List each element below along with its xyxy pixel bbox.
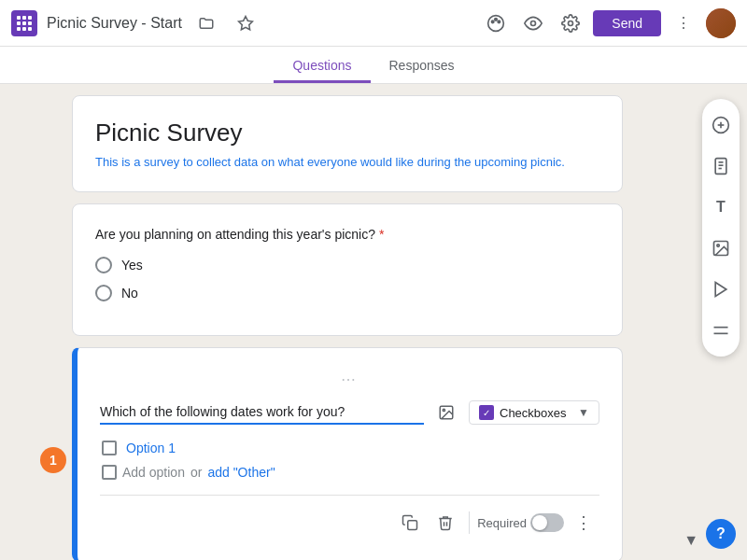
import-question-btn[interactable] (702, 147, 740, 185)
add-option-row: Add option or add "Other" (100, 465, 599, 480)
footer-divider (469, 511, 470, 534)
svg-point-18 (717, 245, 720, 247)
required-star-1: * (379, 227, 384, 242)
topbar-right: Send ⋮ (481, 8, 736, 38)
add-question-btn[interactable] (702, 106, 740, 144)
toggle-knob (532, 515, 547, 530)
dropdown-arrow-icon: ▼ (578, 406, 589, 419)
add-video-btn[interactable] (702, 271, 740, 308)
image-upload-btn[interactable] (433, 399, 459, 426)
preview-icon-btn[interactable] (518, 8, 548, 38)
survey-description: This is a survey to collect data on what… (95, 155, 599, 169)
question-badge: 1 (40, 447, 66, 473)
tab-responses[interactable]: Responses (371, 50, 473, 83)
add-other-separator: or (190, 465, 202, 480)
palette-icon-btn[interactable] (481, 8, 511, 38)
settings-icon-btn[interactable] (556, 8, 585, 38)
svg-rect-9 (408, 521, 417, 530)
option-1-checkbox[interactable] (102, 441, 117, 455)
topbar-left: Picnic Survey - Start (11, 8, 481, 38)
folder-icon-btn[interactable] (191, 8, 221, 38)
send-button[interactable]: Send (593, 10, 661, 36)
option-1-row: Option 1 (100, 441, 599, 455)
checkbox-type-label: Checkboxes (500, 406, 567, 420)
svg-point-4 (498, 21, 500, 22)
main-area: Picnic Survey This is a survey to collec… (0, 84, 747, 560)
tabs-bar: Questions Responses (0, 47, 747, 84)
survey-title: Picnic Survey (95, 119, 599, 147)
app-icon (11, 10, 37, 36)
question-1-text: Are you planning on attending this year'… (95, 227, 599, 242)
required-label: Required (477, 516, 527, 530)
radio-label-no: No (121, 286, 138, 301)
right-sidebar: T (695, 84, 747, 560)
help-button[interactable]: ? (706, 519, 736, 549)
card-footer: Required ⋮ (100, 495, 599, 539)
svg-marker-19 (715, 283, 726, 297)
add-option-checkbox (102, 465, 117, 480)
add-section-btn[interactable] (702, 312, 740, 349)
radio-circle-yes[interactable] (95, 257, 112, 273)
add-image-btn[interactable] (702, 230, 740, 267)
add-option-text[interactable]: Add option (122, 465, 185, 480)
sidebar-floating-panel: T (702, 99, 740, 357)
avatar (706, 8, 736, 38)
svg-point-3 (495, 18, 498, 21)
scroll-down-arrow[interactable]: ▼ (684, 532, 698, 549)
document-title: Picnic Survey - Start (47, 15, 182, 32)
tab-questions[interactable]: Questions (274, 50, 370, 83)
more-options-btn[interactable]: ⋮ (568, 507, 599, 539)
radio-option-no: No (95, 285, 599, 301)
star-icon-btn[interactable] (231, 8, 261, 38)
option-1-label[interactable]: Option 1 (126, 441, 176, 455)
question-2-input[interactable] (100, 400, 424, 425)
content-area: Picnic Survey This is a survey to collec… (0, 84, 695, 560)
topbar: Picnic Survey - Start Send ⋮ (0, 0, 747, 47)
radio-circle-no[interactable] (95, 285, 112, 301)
more-vert-icon-btn[interactable]: ⋮ (669, 8, 698, 38)
required-toggle[interactable] (530, 513, 564, 532)
add-title-btn[interactable]: T (702, 189, 740, 226)
svg-point-5 (531, 21, 536, 25)
svg-point-6 (569, 21, 573, 25)
svg-marker-0 (238, 16, 252, 29)
question-type-dropdown[interactable]: ✓ Checkboxes ▼ (469, 400, 599, 425)
radio-option-yes: Yes (95, 257, 599, 273)
title-icon: T (716, 199, 726, 216)
drag-handle: ⋯ (100, 371, 599, 388)
radio-label-yes: Yes (121, 258, 143, 273)
question-2-card: ⋯ ✓ Checkboxes ▼ Option 1 (72, 347, 623, 560)
delete-btn[interactable] (430, 507, 461, 539)
add-other-link[interactable]: add "Other" (207, 465, 275, 480)
question-1-card: Are you planning on attending this year'… (72, 203, 623, 336)
svg-point-8 (443, 409, 444, 411)
question-2-wrapper: 1 ⋯ ✓ Checkboxes ▼ (72, 347, 623, 560)
survey-title-card: Picnic Survey This is a survey to collec… (72, 95, 623, 192)
svg-point-2 (492, 21, 495, 22)
question-2-row: ✓ Checkboxes ▼ (100, 399, 599, 426)
duplicate-btn[interactable] (394, 507, 426, 539)
checkbox-type-icon: ✓ (479, 405, 494, 420)
